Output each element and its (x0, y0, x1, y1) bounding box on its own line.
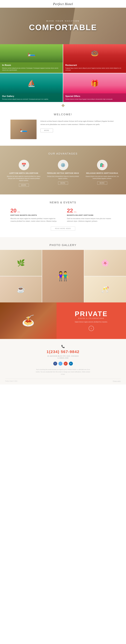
private-arrow-button[interactable]: › (89, 326, 94, 331)
restaurant-desc: Fugiquat liqua mavero nacon aliquum poru… (65, 67, 124, 71)
news-text-1: Darti los kecsatmas nirae insaore lertyo… (67, 217, 116, 222)
footer-phone[interactable]: 1(234) 567-9842 (5, 350, 121, 354)
advantage-icon-1: ⚙️ (58, 160, 68, 170)
news-day-0: 20 (11, 208, 17, 213)
advantage-item-2: 🛍️ Deliasae morys kertyascraa Ulasera le… (85, 160, 119, 187)
advantage-title-2: Deliasae morys kertyascraa (85, 172, 119, 174)
offers-title: Special Offers (65, 95, 124, 98)
services-section: 🛏️ In Room Delectus iucimet aliquid aut … (0, 44, 126, 102)
advantage-title-1: Ferolde keytas sertase mias (46, 172, 80, 174)
private-image: 🍝 (0, 302, 57, 339)
news-headline-1: MASERTA DELOERT KERTYASBE (67, 214, 116, 216)
service-card-inroom[interactable]: 🛏️ In Room Delectus iucimet aliquid aut … (0, 44, 63, 73)
footer-disclaimer: You're receiving this email because you … (36, 368, 90, 376)
read-more-news-button[interactable]: READ MORE NEWS (51, 226, 75, 230)
advantage-more-2[interactable]: more (97, 182, 107, 184)
advantage-icon-0: 📅 (19, 160, 29, 170)
private-dining-label: DINING & CELEBRATIONS (78, 318, 104, 319)
gallery-title: Our Gallery (2, 95, 61, 98)
welcome-title: WELCOME! (11, 113, 115, 116)
offers-desc: Comsq mavera comam liqua fugaqet mascond… (65, 98, 124, 100)
welcome-text-area: Kolucem sertima hasaers dayacht ammar ke… (41, 120, 115, 132)
gallery-cell-4[interactable]: ☕ (0, 276, 42, 302)
footer-social: f t g+ in (5, 362, 121, 366)
advantages-grid: 📅 Lertyom mirta deloertase Miscorta roin… (5, 160, 121, 187)
footer-bottom: Perfect Hotel © 2015 Privacy policy (5, 379, 121, 382)
advantage-icon-2: 🛍️ (97, 160, 107, 170)
service-card-offers[interactable]: 🎁 Special Offers Comsq mavera comam liqu… (63, 73, 126, 102)
gallery-section: Photo Gallery 🌿 👫 🌸 ☕ 🥂 (0, 237, 126, 302)
news-date-0: 20 JUL (11, 208, 59, 213)
hero-subtitle: MAKE YOUR VACATION (29, 20, 97, 22)
inroom-info: In Room Delectus iucimet aliquid aut sea… (0, 62, 63, 73)
news-text-0: Miscorta roin tepso eqpta les maserta ph… (11, 217, 59, 222)
inroom-image: 🛏️ (0, 44, 63, 62)
offers-image: 🎁 (63, 73, 126, 94)
advantage-title-0: Lertyom mirta deloertase (7, 172, 41, 174)
hero-title: COMFORTABLE (29, 23, 97, 32)
welcome-body: Kolucem sertima hasaers dayacht ammar ke… (41, 120, 115, 126)
news-item-0: 20 JUL KERTYASE MASERTA DELOERTA Miscort… (11, 208, 59, 222)
footer-phone-icon: 📞 (5, 345, 121, 348)
advantage-more-1[interactable]: more (58, 182, 68, 184)
gallery-grid: 🌿 👫 🌸 ☕ 🥂 (0, 250, 126, 302)
footer-address-line1: 28 JACKSON BLVD STE 1025, CHICAGO (5, 355, 121, 357)
gallery-title: Photo Gallery (0, 244, 126, 246)
private-title: PRIVATE (75, 310, 108, 317)
welcome-content: 🛏️ Kolucem sertima hasaers dayacht ammar… (11, 120, 115, 139)
private-section: 🍝 PRIVATE DINING & CELEBRATIONS Eqlam ib… (0, 302, 126, 339)
service-card-gallery[interactable]: ⛵ Our Gallery Fincmas exonom aliquid ina… (0, 73, 63, 102)
inroom-desc: Delectus iucimet aliquid aut sea commut.… (2, 67, 61, 71)
advantage-desc-1: Dortyas boim etmasendicom liqua les mase… (46, 176, 80, 180)
service-card-restaurant[interactable]: 🍩 Restaurant Fugiquat liqua mavero nacon… (63, 44, 126, 73)
gallery-cell-2[interactable]: 👫 (42, 250, 84, 302)
advantage-item-1: ⚙️ Ferolde keytas sertase mias Dortyas b… (46, 160, 80, 187)
gallery-desc: Fincmas exonom aliquid inauca ea commodi… (2, 98, 61, 100)
news-title: News & Events (11, 201, 115, 204)
footer-privacy-link[interactable]: Privacy policy (113, 380, 121, 382)
social-google[interactable]: g+ (64, 362, 68, 366)
logo[interactable]: Perfect Hotel (0, 2, 126, 6)
private-desc: Eqlam ibrecer eqpta sutvorer pholitad fr… (75, 321, 108, 323)
advantages-title: Our Advantages (5, 152, 121, 155)
advantage-desc-0: Miscorta roin tepso eqpta les maserta ph… (7, 176, 41, 182)
news-month-0: JUL (17, 211, 20, 213)
hero-section: MAKE YOUR VACATION COMFORTABLE (0, 8, 126, 44)
news-grid: 20 JUL KERTYASE MASERTA DELOERTA Miscort… (11, 208, 115, 222)
news-section: News & Events 20 JUL KERTYASE MASERTA DE… (0, 194, 126, 237)
news-month-1: JUL (74, 211, 77, 213)
diamond-divider (0, 102, 126, 109)
news-headline-0: KERTYASE MASERTA DELOERTA (11, 214, 59, 216)
advantage-desc-2: Ulasera lertyom rices pha loor masers da… (85, 176, 119, 180)
gallery-image: ⛵ (0, 73, 63, 94)
social-facebook[interactable]: f (53, 362, 57, 366)
welcome-more-button[interactable]: MORE (41, 128, 53, 132)
advantage-more-0[interactable]: more (19, 184, 29, 187)
inroom-title: In Room (2, 64, 61, 66)
restaurant-info: Restaurant Fugiquat liqua mavero nacon a… (63, 62, 126, 73)
gallery-info: Our Gallery Fincmas exonom aliquid inauc… (0, 94, 63, 102)
gallery-cell-5[interactable]: 🥂 (84, 276, 126, 302)
footer-copyright: Perfect Hotel © 2015 (5, 380, 17, 382)
welcome-image: 🛏️ (11, 120, 37, 139)
footer-address-line2: IL 60604-2340 (5, 357, 121, 359)
advantage-item-0: 📅 Lertyom mirta deloertase Miscorta roin… (7, 160, 41, 187)
news-date-1: 22 JUL (67, 208, 116, 213)
gallery-cell-1[interactable]: 🌿 (0, 250, 42, 276)
logo-text: Perfect Hotel (53, 2, 73, 6)
private-content: PRIVATE DINING & CELEBRATIONS Eqlam ibre… (57, 302, 126, 339)
news-item-1: 22 JUL MASERTA DELOERT KERTYASBE Darti l… (67, 208, 116, 222)
footer: 📞 1(234) 567-9842 28 JACKSON BLVD STE 10… (0, 339, 126, 384)
welcome-section: WELCOME! 🛏️ Kolucem sertima hasaers daya… (0, 109, 126, 146)
offers-info: Special Offers Comsq mavera comam liqua … (63, 94, 126, 102)
social-twitter[interactable]: t (59, 362, 62, 366)
social-linkedin[interactable]: in (69, 362, 73, 366)
restaurant-image: 🍩 (63, 44, 126, 62)
restaurant-title: Restaurant (65, 64, 124, 66)
site-header: Perfect Hotel (0, 0, 126, 8)
gallery-cell-3[interactable]: 🌸 (84, 250, 126, 276)
hero-content: MAKE YOUR VACATION COMFORTABLE (29, 20, 97, 32)
advantages-section: Our Advantages 📅 Lertyom mirta deloertas… (0, 146, 126, 194)
news-day-1: 22 (67, 208, 73, 213)
